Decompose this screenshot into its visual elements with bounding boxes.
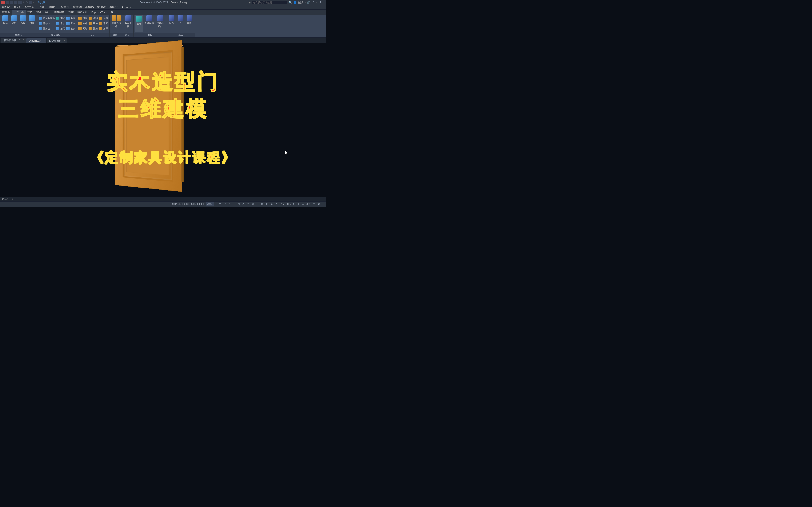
menu-help[interactable]: 帮助(H) bbox=[109, 5, 118, 9]
login-dropdown-icon[interactable]: ▾ bbox=[305, 1, 306, 3]
ribbon-tab-manage[interactable]: 管理 bbox=[35, 10, 44, 14]
transp-icon[interactable]: ▦ bbox=[261, 203, 264, 206]
dyn-icon[interactable]: ⊕ bbox=[251, 203, 254, 206]
loft-button[interactable]: 放样 bbox=[19, 15, 27, 32]
drawing-canvas[interactable]: 实木造型门 三维建模 《定制家具设计课程》 bbox=[0, 43, 326, 197]
planar-button[interactable]: 平面 bbox=[99, 21, 108, 26]
panel-title-surface[interactable]: 曲面 ▼ bbox=[77, 33, 109, 37]
search-icon[interactable]: 🔍 bbox=[289, 1, 292, 4]
presspull-button[interactable]: 按住并拖动 bbox=[39, 16, 55, 21]
sectionplane-button[interactable]: 截面平面 bbox=[124, 15, 132, 32]
app-logo-icon[interactable] bbox=[1, 1, 5, 4]
panel-title-modeling[interactable]: 建模 ▼ bbox=[0, 33, 37, 37]
menu-express[interactable]: Express bbox=[122, 6, 131, 9]
menu-modify[interactable]: 修改(M) bbox=[73, 5, 82, 9]
close-icon[interactable]: × bbox=[44, 39, 45, 42]
union-button[interactable]: 并集 bbox=[66, 16, 75, 21]
view-ucs-button[interactable]: 视图 bbox=[186, 15, 193, 32]
monitor-icon[interactable]: ▭ bbox=[301, 203, 305, 206]
viewcube[interactable] bbox=[322, 64, 326, 76]
qat-layer-icon[interactable] bbox=[29, 1, 32, 4]
panel-title-solidedit[interactable]: 实体编辑 ▼ bbox=[37, 33, 77, 37]
ducs-icon[interactable]: ⬚ bbox=[247, 203, 250, 206]
login-label[interactable]: 登录 bbox=[298, 1, 303, 4]
search-input[interactable] bbox=[252, 1, 287, 4]
interfere-button[interactable]: 干涉 bbox=[56, 21, 65, 26]
qat-open-icon[interactable] bbox=[10, 1, 13, 4]
qat-dropdown-icon[interactable]: ▼ bbox=[33, 1, 35, 3]
network-button[interactable]: 网络 bbox=[79, 26, 87, 31]
cart-icon[interactable]: 🛒 bbox=[307, 1, 310, 4]
thicken-button[interactable]: 加厚 bbox=[99, 26, 108, 31]
autodesk-dropdown-icon[interactable]: ▾ bbox=[316, 1, 317, 3]
trim-button[interactable]: 修剪 bbox=[99, 16, 108, 21]
offsetedge-button[interactable]: 偏移边 bbox=[39, 21, 55, 26]
panel-title-section[interactable]: 截面 ▼ bbox=[123, 33, 134, 37]
qat-new-icon[interactable] bbox=[6, 1, 9, 4]
doc-tab-drawing3[interactable]: Drawing3*× bbox=[47, 38, 67, 43]
close-icon[interactable]: × bbox=[23, 39, 24, 41]
autodesk-icon[interactable]: A bbox=[312, 1, 315, 4]
ortho-icon[interactable]: └ bbox=[228, 203, 231, 206]
filletedge-button[interactable]: 圆角边 bbox=[39, 26, 55, 31]
help-icon[interactable]: ? bbox=[319, 1, 322, 4]
slice-button[interactable]: 剖切 bbox=[56, 16, 65, 21]
polar-icon[interactable]: ✦ bbox=[233, 203, 236, 206]
gear-icon[interactable]: ⚙ bbox=[292, 203, 295, 206]
menu-format[interactable]: 格式(O) bbox=[25, 5, 34, 9]
ribbon-tab-output[interactable]: 输出 bbox=[44, 10, 52, 14]
x-axis-button[interactable]: X bbox=[177, 15, 184, 32]
surfoffset-button[interactable]: 偏移 bbox=[89, 16, 98, 21]
iso-icon[interactable]: ◫ bbox=[312, 203, 315, 206]
ribbon-tab-view[interactable]: 视图 bbox=[26, 10, 35, 14]
lw-icon[interactable]: ≡ bbox=[256, 203, 259, 206]
nofilter-button[interactable]: 无过滤器 bbox=[144, 15, 154, 32]
qat-undo-icon[interactable]: ↶ bbox=[22, 1, 25, 4]
add-layout-button[interactable]: + bbox=[10, 198, 15, 201]
patch-button[interactable]: 修补 bbox=[79, 21, 87, 26]
track-icon[interactable]: ∠ bbox=[242, 203, 245, 206]
clean-icon[interactable]: ▣ bbox=[317, 203, 320, 206]
user-icon[interactable]: 👤 bbox=[294, 1, 297, 4]
3dosnap-icon[interactable]: ◈ bbox=[270, 203, 273, 206]
add-tab-button[interactable]: + bbox=[67, 37, 73, 43]
snap-icon[interactable]: ∷ bbox=[223, 203, 226, 206]
model-button[interactable]: 模型 bbox=[206, 202, 214, 206]
menu-parametric[interactable]: 参数(P) bbox=[85, 5, 94, 9]
ribbon-tab-more-icon[interactable]: ▣▾ bbox=[109, 10, 117, 14]
grid-icon[interactable]: ⊞ bbox=[218, 203, 221, 206]
anno-icon[interactable]: 人 bbox=[275, 203, 278, 206]
help-dropdown-icon[interactable]: ▾ bbox=[323, 1, 324, 3]
revolve-button[interactable]: 旋转 bbox=[10, 15, 18, 32]
blend-button[interactable]: 过渡 bbox=[79, 16, 87, 21]
gizmo-button[interactable]: 移动小控件 bbox=[156, 15, 165, 32]
menu-dimension[interactable]: 标注(N) bbox=[61, 5, 69, 9]
custom-icon[interactable]: ≡ bbox=[322, 203, 325, 206]
extrude-button[interactable]: 拉伸 bbox=[1, 15, 9, 32]
menu-window[interactable]: 窗口(W) bbox=[97, 5, 106, 9]
ratio-label[interactable]: 1:1 / 100% bbox=[280, 203, 291, 205]
cycle-icon[interactable]: ⟳ bbox=[265, 203, 268, 206]
world-button[interactable]: 世界 bbox=[168, 15, 175, 32]
qat-print-icon[interactable] bbox=[18, 1, 21, 4]
menu-insert[interactable]: 插入(I) bbox=[14, 5, 21, 9]
extend-button[interactable]: 延伸 bbox=[89, 21, 98, 26]
surffillet-button[interactable]: 圆角 bbox=[89, 26, 98, 31]
ribbon-tab-parametric[interactable]: 参数化 bbox=[0, 10, 11, 14]
menu-view[interactable]: 视图(V) bbox=[2, 5, 11, 9]
ribbon-tab-express[interactable]: Express Tools bbox=[90, 10, 109, 14]
doc-tab-wardrobe[interactable]: 衣柜橱柜图库*× bbox=[1, 38, 26, 43]
ribbon-tab-3dtools[interactable]: 三维工具 bbox=[11, 10, 26, 14]
menu-draw[interactable]: 绘图(D) bbox=[49, 5, 57, 9]
qat-redo-icon[interactable]: ↷ bbox=[26, 1, 28, 4]
qat-save-icon[interactable] bbox=[14, 1, 17, 4]
units-label[interactable]: 小数 bbox=[306, 203, 311, 206]
doc-tab-drawing2[interactable]: Drawing2*× bbox=[26, 38, 46, 43]
intersect-button[interactable]: 交集 bbox=[66, 26, 75, 31]
osnap-icon[interactable]: ◻ bbox=[237, 203, 240, 206]
workspace-icon[interactable]: ✦ bbox=[297, 203, 300, 206]
panel-title-mesh[interactable]: 网格 ▼ bbox=[110, 33, 123, 37]
ribbon-tab-featured[interactable]: 精选应用 bbox=[75, 10, 90, 14]
menu-tools[interactable]: 工具(T) bbox=[37, 5, 45, 9]
cull-button[interactable]: 剔除 bbox=[135, 15, 143, 32]
